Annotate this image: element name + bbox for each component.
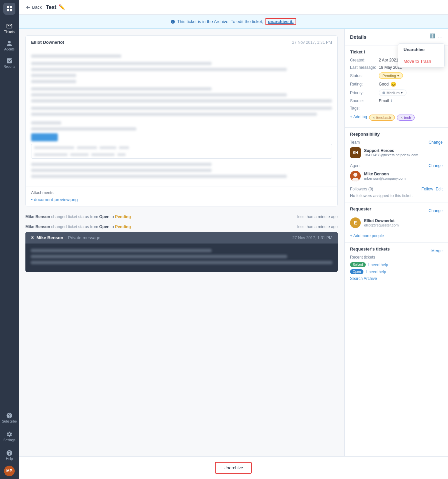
source-row: Source: Email ℹ: [350, 99, 443, 103]
svg-point-5: [353, 173, 357, 177]
priority-badge[interactable]: Medium ▾: [379, 90, 407, 96]
tags-label: Tags:: [350, 106, 377, 111]
sidebar-item-subscribe[interactable]: Subscribe: [1, 410, 17, 426]
back-button[interactable]: Back: [25, 5, 42, 10]
created-value: 2 Apr 2021: [379, 58, 398, 62]
requester-title: Requester: [350, 206, 371, 211]
unarchive-bottom-button[interactable]: Unarchive: [215, 462, 252, 474]
requester-info: Elliot Downerlot elliot@requester.com: [364, 218, 443, 227]
source-info-icon: ℹ: [391, 99, 392, 103]
archive-banner-unarchive-link[interactable]: unarchive it.: [265, 18, 297, 25]
svg-rect-0: [7, 6, 9, 8]
details-panel: Details ℹ️ ··· Unarchive Move to Trash T…: [344, 29, 448, 456]
tag-x-tech[interactable]: ×: [401, 116, 403, 120]
last-message-label: Last message:: [350, 65, 377, 70]
followers-label: Followers (0): [350, 187, 373, 191]
sidebar-bottom: Subscribe Settings Help MB: [1, 410, 17, 476]
source-label: Source:: [350, 99, 377, 103]
details-title: Details: [350, 34, 366, 40]
activity-actor-1: Mike Benson: [25, 214, 50, 219]
private-message-icon: ✉: [31, 235, 34, 240]
add-tag-button[interactable]: + Add tag: [350, 115, 367, 121]
sidebar-settings-label: Settings: [3, 438, 15, 442]
requester-header-row: Requester Change: [350, 206, 443, 215]
responsibility-section: Responsibility Team Change SH Support He…: [345, 128, 448, 202]
priority-chevron-icon: ▾: [401, 91, 403, 95]
agent-info: Mike Benson mbenson@company.com: [364, 172, 443, 180]
tag-x-feedback[interactable]: ×: [373, 116, 375, 120]
info-icon[interactable]: ℹ️: [430, 33, 435, 40]
sidebar-item-tickets[interactable]: Tickets: [1, 20, 17, 36]
private-message-body: [25, 244, 338, 272]
agent-header-row: Agent Change: [350, 163, 443, 168]
add-more-people-link[interactable]: + Add more poeple: [350, 233, 443, 238]
sidebar-item-agents[interactable]: Agents: [1, 37, 17, 53]
tag-tech: × tech: [397, 115, 415, 121]
private-sender: Mike Benson: [36, 235, 63, 240]
followers-row: Followers (0) Follow Edit: [350, 187, 443, 191]
more-options-icon[interactable]: ···: [438, 33, 443, 40]
edit-link[interactable]: Edit: [436, 187, 443, 191]
requester-change-link[interactable]: Change: [429, 208, 443, 213]
tags-row: Tags: + Add tag × feedback × tech: [350, 106, 443, 121]
dropdown-move-to-trash[interactable]: Move to Trash: [398, 55, 444, 67]
agent-avatar: [350, 171, 361, 181]
responsibility-title: Responsibility: [350, 132, 443, 137]
attachment-link[interactable]: • document-preview.png: [31, 197, 332, 202]
ticket-status-open: Open: [350, 269, 363, 274]
ticket-link-2[interactable]: I need help: [366, 270, 386, 274]
ticket-status-solved: Solved: [350, 262, 366, 267]
archive-banner: This ticket is in the Archive. To edit t…: [19, 15, 448, 29]
created-label: Created:: [350, 58, 377, 62]
rating-row: Rating: Good 😠: [350, 82, 443, 87]
agent-email: mbenson@company.com: [364, 176, 443, 180]
tags-container: + Add tag × feedback × tech: [350, 115, 415, 121]
follow-edit-group: Follow Edit: [422, 187, 443, 191]
dropdown-menu: Unarchive Move to Trash: [398, 43, 445, 67]
dropdown-unarchive[interactable]: Unarchive: [398, 44, 444, 55]
bottom-bar: Unarchive: [19, 456, 448, 479]
activity-item-2: Mike Benson changed ticket status from O…: [25, 222, 338, 232]
team-header-row: Team Change: [350, 140, 443, 145]
priority-row: Priority: Medium ▾: [350, 90, 443, 96]
requester-row: E Elliot Downerlot elliot@requester.com: [350, 215, 443, 231]
status-label: Status:: [350, 73, 377, 78]
archive-info-text: This ticket is in the Archive. To edit t…: [177, 19, 263, 24]
team-change-link[interactable]: Change: [429, 140, 443, 145]
chevron-down-icon: ▾: [397, 73, 399, 78]
team-name: Support Heroes: [364, 148, 443, 153]
team-info: Support Heroes 18411458@tickets.helpdesk…: [364, 148, 443, 157]
follow-link[interactable]: Follow: [422, 187, 433, 191]
rating-emoji: 😠: [390, 82, 396, 87]
message-card: Elliot Downerlot 27 Nov 2017, 1:31 PM: [25, 35, 338, 206]
message-time: 27 Nov 2017, 1:31 PM: [292, 40, 332, 45]
team-row: SH Support Heroes 18411458@tickets.helpd…: [350, 145, 443, 161]
sidebar-item-help[interactable]: Help: [1, 447, 17, 463]
recent-ticket-2: Open I need help: [350, 269, 443, 274]
tag-feedback: × feedback: [369, 115, 395, 121]
agent-name: Mike Benson: [364, 172, 443, 176]
edit-icon[interactable]: ✏️: [59, 4, 65, 10]
logo[interactable]: [3, 3, 15, 15]
details-header: Details ℹ️ ··· Unarchive Move to Trash: [345, 29, 448, 45]
message-body: [26, 49, 337, 186]
sidebar-item-tickets-label: Tickets: [4, 30, 14, 34]
sidebar-item-settings[interactable]: Settings: [1, 428, 17, 444]
priority-dot: [382, 92, 385, 94]
user-avatar[interactable]: MB: [4, 466, 15, 476]
agent-change-link[interactable]: Change: [429, 163, 443, 168]
svg-rect-3: [10, 9, 12, 11]
merge-link[interactable]: Merge: [431, 249, 443, 253]
sidebar-item-reports[interactable]: Reports: [1, 55, 17, 71]
agent-label: Agent: [350, 163, 360, 168]
main-content: Back Test ✏️ This ticket is in the Archi…: [19, 0, 448, 479]
team-email: 18411458@tickets.helpdesk.com: [364, 153, 443, 157]
requester-name: Elliot Downerlot: [364, 218, 443, 223]
svg-rect-2: [7, 9, 9, 11]
requesters-tickets-section: Requester's tickets Merge Recent tickets…: [345, 243, 448, 285]
ticket-link-1[interactable]: I need help: [368, 263, 388, 267]
status-badge[interactable]: Pending ▾: [379, 72, 403, 79]
bullet-icon: •: [31, 197, 33, 202]
requesters-tickets-header: Requester's tickets Merge: [350, 247, 443, 255]
search-archive-link[interactable]: Search Archive: [350, 276, 443, 281]
